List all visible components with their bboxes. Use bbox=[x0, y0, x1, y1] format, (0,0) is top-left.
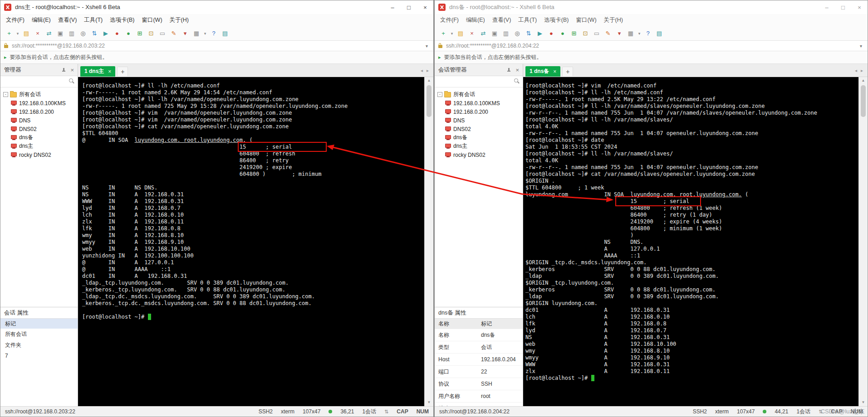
tree-expander-icon[interactable]: - bbox=[437, 92, 442, 97]
copy-button[interactable]: ▣ bbox=[490, 29, 500, 39]
scroll-indicator-icon[interactable]: ⇅ bbox=[384, 409, 388, 415]
find-button[interactable]: ◎ bbox=[512, 29, 522, 39]
session-search-input[interactable] bbox=[435, 76, 523, 87]
session-item[interactable]: 192.168.0.200 bbox=[435, 107, 523, 116]
property-row[interactable]: 文件夹 bbox=[0, 339, 78, 350]
property-row[interactable]: 7 bbox=[0, 350, 78, 361]
panel-close-icon[interactable]: × bbox=[70, 67, 74, 73]
menu-tools[interactable]: 工具(T) bbox=[515, 15, 540, 25]
layout-button[interactable]: ▦ bbox=[626, 29, 636, 39]
search-icon[interactable] bbox=[69, 78, 73, 82]
new-session-dropdown-icon[interactable]: ▾ bbox=[15, 29, 20, 39]
open-sessions-button[interactable]: ▤ bbox=[21, 29, 31, 39]
session-item[interactable]: DNS02 bbox=[435, 125, 523, 133]
maximize-button[interactable]: □ bbox=[401, 0, 417, 14]
menu-view[interactable]: 查看(V) bbox=[54, 15, 81, 25]
play-macro-button[interactable]: ● bbox=[558, 29, 568, 39]
layout-dropdown-icon[interactable]: ▾ bbox=[203, 29, 207, 39]
fullscreen-button[interactable]: ⊞ bbox=[135, 29, 145, 39]
tab-close-icon[interactable]: × bbox=[108, 68, 111, 75]
scroll-down-icon[interactable]: ▼ bbox=[862, 399, 865, 406]
disconnect-button[interactable]: × bbox=[33, 29, 43, 39]
close-button[interactable]: × bbox=[417, 0, 433, 14]
session-item[interactable]: dns主 bbox=[435, 142, 523, 150]
session-search-input[interactable] bbox=[0, 76, 78, 87]
help-button[interactable]: ? bbox=[643, 29, 653, 39]
tree-expander-icon[interactable]: - bbox=[3, 92, 8, 97]
menu-tabs[interactable]: 选项卡(B) bbox=[106, 15, 138, 25]
scroll-down-icon[interactable]: ▼ bbox=[427, 399, 431, 406]
menu-help[interactable]: 关于(H) bbox=[166, 15, 192, 25]
paste-button[interactable]: ▥ bbox=[501, 29, 511, 39]
tab-dns-master[interactable]: 1 dns主 × bbox=[80, 66, 115, 77]
new-tab-button[interactable]: + bbox=[562, 67, 573, 76]
info-bar-button[interactable]: ▤ bbox=[220, 29, 230, 39]
terminal-scrollbar[interactable]: ▲ ▼ bbox=[424, 77, 433, 406]
tab-dns-slave[interactable]: 1 dns备 × bbox=[525, 66, 560, 77]
layout-button[interactable]: ▦ bbox=[191, 29, 201, 39]
tab-close-icon[interactable]: × bbox=[553, 68, 556, 75]
reconnect-button[interactable]: ⇄ bbox=[478, 29, 488, 39]
disconnect-button[interactable]: × bbox=[467, 29, 477, 39]
session-item[interactable]: 192.168.0.200 bbox=[0, 107, 78, 116]
session-item[interactable]: rocky DNS02 bbox=[435, 150, 523, 159]
session-item[interactable]: dns备 bbox=[0, 133, 78, 142]
menu-tabs[interactable]: 选项卡(B) bbox=[540, 15, 572, 25]
menu-file[interactable]: 文件(F) bbox=[2, 15, 28, 25]
session-item[interactable]: DNS bbox=[0, 116, 78, 125]
terminal-scrollbar[interactable]: ▲ ▼ bbox=[858, 77, 868, 406]
tab-scroll-left-icon[interactable]: ◂ bbox=[855, 68, 857, 73]
connection-address[interactable]: ssh://root:**********@192.168.0.203:22 bbox=[12, 43, 424, 49]
paste-button[interactable]: ▥ bbox=[67, 29, 77, 39]
play-macro-button[interactable]: ● bbox=[123, 29, 133, 39]
menu-edit[interactable]: 编辑(E) bbox=[462, 15, 489, 25]
new-terminal-button[interactable]: ▶ bbox=[101, 29, 111, 39]
file-transfer-button[interactable]: ⇅ bbox=[524, 29, 534, 39]
compose-bar-button[interactable]: ▭ bbox=[157, 29, 167, 39]
quick-commands-dropdown-icon[interactable]: ▾ bbox=[180, 29, 190, 39]
new-tab-button[interactable]: + bbox=[117, 67, 128, 76]
highlighter-button[interactable]: ✎ bbox=[603, 29, 613, 39]
tab-scroll-right-icon[interactable]: ▸ bbox=[861, 68, 863, 73]
session-item[interactable]: 192.168.0.100KMS bbox=[0, 99, 78, 107]
scroll-up-icon[interactable]: ▲ bbox=[862, 77, 865, 84]
find-button[interactable]: ◎ bbox=[78, 29, 88, 39]
highlighter-button[interactable]: ✎ bbox=[169, 29, 179, 39]
address-dropdown-icon[interactable]: ▾ bbox=[424, 44, 430, 48]
record-macro-button[interactable]: ● bbox=[112, 29, 122, 39]
menu-file[interactable]: 文件(F) bbox=[436, 15, 462, 25]
minimize-button[interactable]: – bbox=[384, 0, 401, 14]
lock-screen-button[interactable]: ⊡ bbox=[580, 29, 590, 39]
session-item[interactable]: 192.168.0.100KMS bbox=[435, 99, 523, 107]
session-item[interactable]: dns备 bbox=[435, 133, 523, 142]
lock-screen-button[interactable]: ⊡ bbox=[146, 29, 156, 39]
fullscreen-button[interactable]: ⊞ bbox=[569, 29, 579, 39]
reconnect-button[interactable]: ⇄ bbox=[44, 29, 54, 39]
minimize-button[interactable]: – bbox=[819, 0, 835, 14]
new-session-dropdown-icon[interactable]: ▾ bbox=[450, 29, 454, 39]
info-bar-button[interactable]: ▤ bbox=[654, 29, 664, 39]
tab-scroll-left-icon[interactable]: ◂ bbox=[421, 68, 423, 73]
tab-scroll-right-icon[interactable]: ▸ bbox=[427, 68, 429, 73]
file-transfer-button[interactable]: ⇅ bbox=[89, 29, 99, 39]
layout-dropdown-icon[interactable]: ▾ bbox=[637, 29, 642, 39]
scrollbar-thumb[interactable] bbox=[861, 85, 866, 117]
record-macro-button[interactable]: ● bbox=[546, 29, 556, 39]
compose-bar-button[interactable]: ▭ bbox=[592, 29, 602, 39]
pin-icon[interactable] bbox=[507, 68, 511, 72]
menu-edit[interactable]: 编辑(E) bbox=[28, 15, 54, 25]
session-item[interactable]: DNS bbox=[435, 116, 523, 125]
session-item[interactable]: rocky DNS02 bbox=[0, 150, 78, 159]
menu-tools[interactable]: 工具(T) bbox=[80, 15, 106, 25]
session-item[interactable]: DNS02 bbox=[0, 125, 78, 133]
terminal[interactable]: [root@localhost ~]# vim /etc/named.conf[… bbox=[523, 77, 858, 406]
new-session-button[interactable]: + bbox=[4, 29, 14, 39]
close-button[interactable]: × bbox=[851, 0, 868, 14]
help-button[interactable]: ? bbox=[209, 29, 219, 39]
panel-close-icon[interactable]: × bbox=[515, 67, 519, 73]
new-terminal-button[interactable]: ▶ bbox=[535, 29, 545, 39]
tree-root-all-sessions[interactable]: - 所有会话 bbox=[0, 90, 78, 99]
menu-view[interactable]: 查看(V) bbox=[489, 15, 515, 25]
quick-commands-dropdown-icon[interactable]: ▾ bbox=[614, 29, 624, 39]
property-row[interactable]: 所有会话 bbox=[0, 329, 78, 339]
